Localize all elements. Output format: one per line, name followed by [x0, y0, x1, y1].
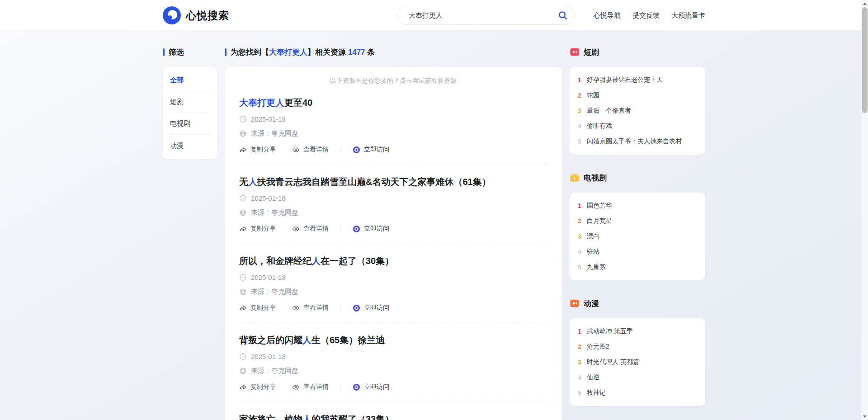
scroll-down-arrow-icon[interactable] [861, 413, 868, 420]
result-date: 2025-01-18 [239, 274, 547, 281]
header: 心悦搜索 心悦导航提交反馈大额流量卡 [0, 0, 868, 31]
rank-number: 2 [578, 217, 587, 225]
filter-item-动漫[interactable]: 动漫 [170, 135, 210, 156]
rank-item[interactable]: 2 蛇园 [578, 88, 697, 103]
nav-link-3[interactable]: 大额流量卡 [671, 11, 705, 20]
rank-item[interactable]: 2 白月梵星 [578, 213, 697, 229]
nav-link-2[interactable]: 提交反馈 [632, 11, 660, 20]
view-detail-button[interactable]: 查看详情 [292, 383, 329, 391]
filter-title: 筛选 [163, 47, 217, 57]
rank-item[interactable]: 2 沧元图2 [578, 339, 697, 354]
rank-section-anime: 动漫 1 武动乾坤 第五季 2 沧元图2 3 时光代理人 英都篇 4 仙逆 5 … [570, 298, 705, 406]
result-title[interactable]: 无人扶我青云志我自踏雪至山巅&名动天下之家事难休（61集） [239, 176, 547, 188]
divider [340, 226, 341, 232]
rank-item[interactable]: 4 仙逆 [578, 370, 697, 385]
rank-label: 漂白 [587, 232, 599, 241]
visit-now-button[interactable]: 立即访问 [353, 304, 389, 312]
rank-number: 2 [578, 92, 587, 99]
rank-section-duanju: 短剧 1 好孕甜妻被钻石老公宠上天 2 蛇园 3 最后一个修真者 4 偷听有戏 … [570, 47, 705, 155]
view-detail-button[interactable]: 查看详情 [292, 225, 329, 233]
result-item: 大奉打更人更至40 2025-01-18 来源：夸克网盘 复制分享 查看详情 立… [239, 97, 547, 164]
rank-item[interactable]: 4 偷听有戏 [578, 118, 697, 134]
copy-share-button[interactable]: 复制分享 [239, 304, 276, 312]
results-column: 为您找到【大奉打更人】相关资源 1477 条 以下资源不是你想要的？点击尝试获取… [225, 47, 562, 420]
rank-item[interactable]: 3 漂白 [578, 229, 697, 244]
rank-number: 4 [578, 123, 587, 130]
rank-label: 国色芳华 [587, 202, 612, 210]
result-date: 2025-01-18 [239, 115, 547, 123]
filter-item-全部[interactable]: 全部 [170, 70, 210, 91]
nav-link-1[interactable]: 心悦导航 [594, 11, 621, 20]
share-icon [239, 146, 247, 154]
filter-sidebar: 筛选 全部短剧电视剧动漫 [163, 47, 217, 420]
eye-icon [292, 304, 300, 312]
view-detail-button[interactable]: 查看详情 [292, 304, 329, 312]
result-source: 来源：夸克网盘 [239, 129, 547, 138]
rank-number: 3 [578, 107, 587, 114]
result-title[interactable]: 家族将亡，植物人的我苏醒了（33集） [239, 413, 547, 420]
view-detail-button[interactable]: 查看详情 [292, 146, 329, 154]
rank-label: 白月梵星 [587, 217, 612, 225]
rank-label: 沧元图2 [587, 343, 609, 351]
rank-item[interactable]: 5 九重紫 [578, 260, 697, 275]
filter-card: 全部短剧电视剧动漫 [163, 67, 217, 159]
header-nav: 心悦导航提交反馈大额流量卡 [594, 11, 705, 20]
results-heading-text: 为您找到【大奉打更人】相关资源 1477 条 [231, 47, 375, 57]
rank-item[interactable]: 1 好孕甜妻被钻石老公宠上天 [578, 72, 697, 88]
target-circle-icon [353, 146, 360, 154]
result-date: 2025-01-18 [239, 353, 547, 360]
tv-yellow-icon [570, 173, 580, 183]
logo[interactable]: 心悦搜索 [163, 6, 229, 24]
refresh-resources-link[interactable]: 以下资源不是你想要的？点击尝试获取新资源 [239, 77, 547, 85]
rank-item[interactable]: 1 武动乾坤 第五季 [578, 324, 697, 339]
result-item: 无人扶我青云志我自踏雪至山巅&名动天下之家事难休（61集） 2025-01-18… [239, 176, 547, 243]
result-title[interactable]: 背叛之后的闪耀人生（65集）徐兰迪 [239, 334, 547, 346]
copy-share-button[interactable]: 复制分享 [239, 225, 276, 233]
result-title[interactable]: 大奉打更人更至40 [239, 97, 547, 109]
copy-share-button[interactable]: 复制分享 [239, 383, 276, 391]
divider [239, 164, 547, 164]
visit-now-button[interactable]: 立即访问 [353, 146, 389, 154]
divider [239, 322, 547, 322]
rank-number: 5 [578, 264, 587, 271]
result-source: 来源：夸克网盘 [239, 208, 547, 217]
rank-label: 时光代理人 英都篇 [587, 358, 639, 366]
search-input[interactable] [397, 6, 575, 25]
rankings-sidebar: 短剧 1 好孕甜妻被钻石老公宠上天 2 蛇园 3 最后一个修真者 4 偷听有戏 … [570, 47, 705, 420]
search-icon [558, 10, 568, 20]
rank-number: 1 [578, 328, 587, 335]
result-item: 背叛之后的闪耀人生（65集）徐兰迪 2025-01-18 来源：夸克网盘 复制分… [239, 334, 547, 401]
filter-item-短剧[interactable]: 短剧 [170, 91, 210, 113]
result-actions: 复制分享 查看详情 立即访问 [239, 383, 547, 391]
share-icon [239, 225, 247, 233]
quark-logo-icon [163, 6, 181, 24]
scroll-up-arrow-icon[interactable] [861, 0, 868, 7]
divider [340, 146, 341, 153]
target-circle-icon [353, 225, 360, 233]
rank-item[interactable]: 4 驻站 [578, 244, 697, 260]
eye-icon [292, 225, 300, 233]
rank-number: 3 [578, 233, 587, 240]
scrollbar[interactable] [861, 0, 868, 420]
rank-label: 偷听有戏 [587, 122, 612, 130]
globe-icon [239, 209, 247, 217]
accent-bar [225, 48, 226, 56]
search-button[interactable] [558, 10, 568, 20]
scrollbar-thumb[interactable] [862, 7, 868, 113]
rank-number: 5 [578, 138, 587, 145]
rank-item[interactable]: 5 闪婚京圈太子爷：夫人她来自农村 [578, 134, 697, 149]
rank-item[interactable]: 1 国色芳华 [578, 198, 697, 213]
rank-item[interactable]: 3 时光代理人 英都篇 [578, 354, 697, 370]
divider [340, 384, 341, 390]
filter-item-电视剧[interactable]: 电视剧 [170, 113, 210, 135]
rank-label: 武动乾坤 第五季 [587, 327, 633, 335]
results-list: 大奉打更人更至40 2025-01-18 来源：夸克网盘 复制分享 查看详情 立… [239, 97, 547, 420]
visit-now-button[interactable]: 立即访问 [353, 383, 389, 391]
globe-icon [239, 130, 247, 137]
rank-item[interactable]: 5 牧神记 [578, 385, 697, 401]
copy-share-button[interactable]: 复制分享 [239, 146, 276, 154]
rank-item[interactable]: 3 最后一个修真者 [578, 103, 697, 118]
result-title[interactable]: 所以，和金牌经纪人在一起了（30集） [239, 255, 547, 267]
visit-now-button[interactable]: 立即访问 [353, 225, 389, 233]
result-actions: 复制分享 查看详情 立即访问 [239, 225, 547, 233]
